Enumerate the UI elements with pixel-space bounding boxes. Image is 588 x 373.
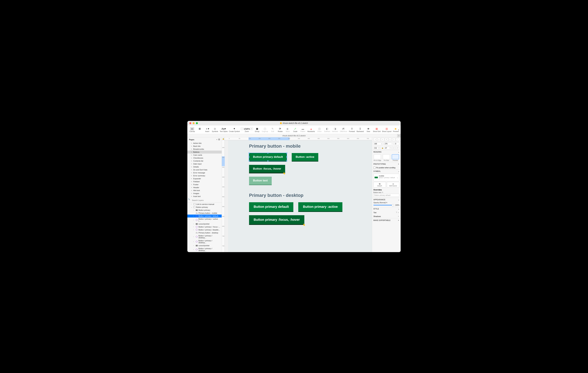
backward-tool[interactable]: ⇩Backward [356,127,364,133]
add-icon[interactable]: ＋ [398,163,399,165]
add-icon[interactable]: ＋ [398,211,399,213]
horizontal-ruler[interactable]: 0501001502002503003504004505005506006507… [225,137,372,140]
subtract-tool[interactable]: ◧Subtract [324,127,331,133]
insert-tool[interactable]: ＋▾Insert [204,127,211,133]
mask-tool[interactable]: ◐Mask [284,127,291,133]
page-item[interactable]: Footer [187,183,222,186]
zoom-tool[interactable]: −158%+ Zoom [241,127,253,133]
align-top-icon[interactable]: ⫯ [385,138,388,141]
prototyping-section[interactable]: PROTOTYPING＋ [372,162,401,166]
page-item[interactable]: Details [187,165,222,168]
link-icon[interactable]: ⧉ [382,191,383,193]
distribute-icon[interactable]: ⋮ [396,138,399,141]
flatten-tool[interactable]: ▬Flatten [299,127,306,133]
show-grid-tool[interactable]: ▦Show Grid [372,127,381,133]
union-tool[interactable]: ◫Union [316,127,323,133]
vertical-ruler[interactable]: 250300350400450500550600650700750 [222,140,225,252]
button-active-mobile[interactable]: Button :active [292,153,318,161]
help-icon[interactable]: ? [396,211,397,213]
page-item[interactable]: Inset text [187,195,222,198]
pin-to-edge-option[interactable] [374,154,381,159]
pages-menu-icon[interactable]: ＋ ☰ [216,138,220,141]
symbols-tool[interactable]: ◇Symbols [211,127,219,133]
page-item[interactable]: Buttons [187,151,222,154]
layer-item[interactable]: ›Button / primary / disable... [187,228,222,231]
canvas-tool[interactable]: ▭Canvas [189,127,196,133]
chevron-down-icon[interactable]: ⌄ [398,199,399,201]
zoom-icon[interactable] [196,122,198,124]
view-tool[interactable]: 👁View [365,127,372,133]
layer-item[interactable]: ›Button / primary / desktop... [187,252,222,252]
y-input[interactable]: 276Y [384,142,393,145]
button-primary-hover-desktop[interactable]: Button primary :focus, :hover 👆 [249,215,304,224]
page-item[interactable]: Expander [187,177,222,180]
lock-aspect-icon[interactable]: 🔒 [382,147,383,149]
rotation-input[interactable]: 0 [394,142,399,145]
page-item[interactable]: Contents list [187,159,222,162]
flip-v-icon[interactable]: ⇕ [396,146,399,149]
page-item[interactable]: Hint text [187,189,222,192]
edit-tool[interactable]: ✎Edit [269,127,276,133]
close-icon[interactable] [189,122,191,124]
exportable-section[interactable]: MAKE EXPORTABLE＋ [372,218,401,222]
add-tab-button[interactable]: + [397,134,401,137]
page-item[interactable]: Do and Don't lists [187,168,222,171]
canvas[interactable]: 🔒 05010015020025030035040045050055060065… [222,137,372,252]
align-left-icon[interactable]: ⫞ [373,138,377,141]
layer-item[interactable]: ›Button / primary / default... [187,215,222,218]
align-bottom-icon[interactable]: ⫱ [392,138,396,141]
layer-item[interactable]: ⌄Button primary [187,206,222,209]
x-input[interactable]: 100X [373,142,383,145]
align-right-icon[interactable]: ⫟ [381,138,384,141]
symbol-section[interactable]: SYMBOL⌄ [372,169,401,173]
zoom-out-icon[interactable]: − [241,127,243,130]
ungroup-tool[interactable]: ▢Ungroup [261,127,269,133]
page-item[interactable]: Date input [187,162,222,165]
create-symbol-tool[interactable]: ✦Create Symbol [229,127,240,133]
group-tool[interactable]: ▣Group [254,127,261,133]
ruler-lock-icon[interactable]: 🔒 [222,137,225,140]
style-section[interactable]: STYLE⌄ [372,207,401,211]
minimize-icon[interactable] [193,122,195,124]
button-disabled-mobile[interactable]: Button text [249,177,272,185]
rotate-tool[interactable]: ⟳Rotate [277,127,284,133]
layer-item[interactable]: ›Button primary [187,209,222,212]
page-item[interactable]: Breadcrumbs [187,148,222,151]
page-item[interactable]: Images [187,192,222,195]
dropdown-icon[interactable]: ⇅ [386,202,387,203]
chevron-down-icon[interactable]: ⌄ [398,170,399,172]
layer-item[interactable]: ›Button / primary / desktop... [187,234,222,239]
fix-size-option[interactable] [383,154,390,159]
button-primary-active-desktop[interactable]: Button primary :active [298,202,342,211]
layer-item[interactable]: ›Button / primary / :focus :... [187,225,222,228]
pages-list[interactable]: Action linkBack linkBreadcrumbsButtonsCa… [187,142,222,198]
fix-position-checkbox[interactable]: Fix position when scrolling [373,167,395,169]
layer-item[interactable]: AaPrimary button - mobile [187,212,222,215]
forward-tool[interactable]: ⇧Forward [348,127,355,133]
button-primary-default-desktop[interactable]: Button primary default [249,202,293,211]
layer-item[interactable]: ›Button / primary / :active /... [187,218,222,222]
opacity-value[interactable]: 100% [394,204,399,206]
opacity-slider[interactable] [373,205,393,205]
chevron-down-icon[interactable]: ⌄ [398,151,399,153]
document-tab[interactable]: nhsuk-sketch-file-v0.2.sketch [282,135,306,137]
height-input[interactable]: 47H [384,147,392,149]
width-input[interactable]: 212W [373,147,381,149]
chevron-down-icon[interactable]: ⌄ [397,176,398,179]
intersect-tool[interactable]: ◨Intersect [331,127,339,133]
edit-source-button[interactable]: ◇Edit Source [387,182,399,187]
layer-item[interactable]: ›cursor/pointer [187,222,222,225]
page-item[interactable]: Error message [187,171,222,174]
artboard[interactable]: Primary button - mobile Button primary d… [228,140,372,252]
button-hover-mobile[interactable]: Button :focus, :hover 👆 [249,165,285,173]
appearance-section[interactable]: APPEARANCE⌄ [372,198,401,201]
difference-tool[interactable]: ◩Difference [339,127,348,133]
search-input[interactable] [189,199,220,202]
page-item[interactable]: Header [187,186,222,189]
detach-button[interactable]: ⧉Detach [373,182,386,187]
assistants-tool[interactable]: ▲Assistants [307,127,315,133]
scale-tool[interactable]: ⤢Scale [292,127,299,133]
layer-item[interactable]: ›Link to service manual [187,203,222,206]
layer-item[interactable]: ›cursor/pointer [187,244,222,247]
add-icon[interactable]: ＋ [398,219,399,221]
